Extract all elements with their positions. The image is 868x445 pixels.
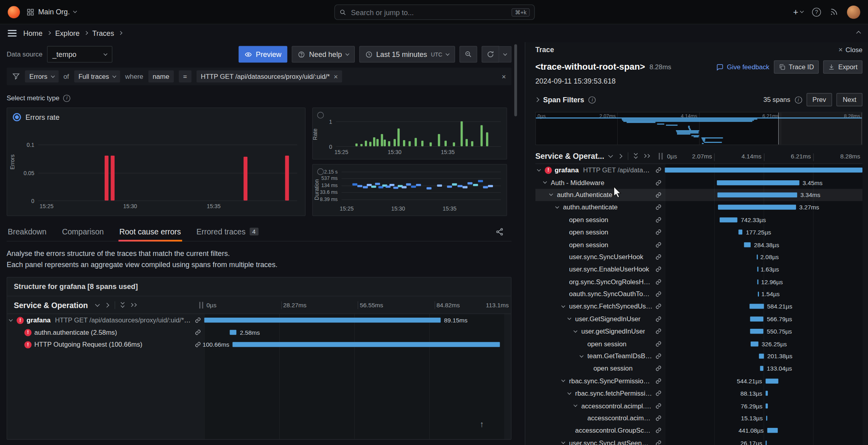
filter-value[interactable]: HTTP GET /api/datasources/proxy/uid/:uid…: [197, 70, 343, 83]
collapse-one-icon[interactable]: [95, 302, 100, 307]
span-row[interactable]: user.sync.SyncUserHook2.08µs: [535, 251, 862, 263]
org-switcher[interactable]: Main Org.: [27, 8, 76, 16]
filter-traces-type[interactable]: Full traces: [74, 70, 120, 83]
span-row[interactable]: HTTP Outgoing Request (100.66ms)100.66ms: [7, 339, 511, 351]
refresh-button[interactable]: [482, 46, 500, 63]
filter-primary-signal[interactable]: Errors: [25, 70, 58, 83]
news-rss-icon[interactable]: [830, 8, 838, 16]
rate-radio[interactable]: [317, 112, 324, 119]
span-row[interactable]: user.sync.SyncLastSeenHook26.17µs: [535, 437, 862, 445]
scroll-to-top-icon[interactable]: ↑: [480, 419, 484, 429]
span-row[interactable]: org.sync.SyncOrgRolesHook12.96µs: [535, 275, 862, 288]
remove-value-icon[interactable]: ×: [334, 73, 338, 80]
tab-root-cause-errors[interactable]: Root cause errors: [118, 227, 182, 241]
close-trace-button[interactable]: × Close: [839, 46, 862, 53]
span-row[interactable]: open session742.33µs: [535, 214, 862, 226]
filter-operator[interactable]: =: [179, 70, 191, 83]
search-input[interactable]: Search or jump to... ⌘+k: [335, 4, 535, 20]
new-menu-button[interactable]: +: [793, 7, 804, 17]
span-link-icon[interactable]: [656, 204, 662, 210]
span-link-icon[interactable]: [656, 390, 662, 396]
span-row[interactable]: open session326.25µs: [535, 338, 862, 350]
span-link-icon[interactable]: [656, 167, 662, 173]
span-link-icon[interactable]: [656, 242, 662, 248]
expand-one-icon[interactable]: [104, 303, 109, 308]
duration-radio[interactable]: [317, 168, 324, 175]
span-link-icon[interactable]: [656, 229, 662, 235]
column-resize-handle[interactable]: [659, 152, 663, 159]
collapse-all-icon[interactable]: [634, 153, 637, 159]
export-button[interactable]: Export: [823, 61, 862, 74]
share-icon[interactable]: [495, 228, 504, 236]
column-resize-handle[interactable]: [199, 302, 203, 308]
expand-chevron-icon[interactable]: [574, 403, 578, 407]
trace-id-button[interactable]: Trace ID: [774, 61, 819, 74]
filter-field[interactable]: name: [148, 70, 174, 83]
span-link-icon[interactable]: [656, 304, 662, 310]
span-row[interactable]: grafanaHTTP GET /api/datasources/proxy/u…: [7, 314, 511, 326]
expand-chevron-icon[interactable]: [549, 192, 553, 196]
expand-all-icon[interactable]: [643, 154, 649, 157]
span-row[interactable]: accesscontrol.acimpl.get...15.13µs: [535, 412, 862, 424]
expand-chevron-icon[interactable]: [567, 316, 571, 320]
left-scrollbar[interactable]: [514, 44, 517, 441]
errors-rate-radio[interactable]: [13, 113, 21, 121]
span-link-icon[interactable]: [195, 342, 201, 347]
info-icon[interactable]: i: [795, 96, 802, 103]
span-link-icon[interactable]: [656, 415, 662, 421]
span-link-icon[interactable]: [656, 365, 662, 371]
zoom-out-button[interactable]: [459, 46, 477, 63]
span-row[interactable]: open session284.38µs: [535, 238, 862, 251]
collapse-panel-icon[interactable]: [856, 31, 861, 36]
expand-chevron-icon[interactable]: [543, 180, 547, 184]
expand-one-icon[interactable]: [617, 154, 622, 158]
span-row[interactable]: team.GetTeamIDsByUser201.38µs: [535, 350, 862, 362]
expand-chevron-icon[interactable]: [561, 304, 565, 308]
span-link-icon[interactable]: [195, 330, 201, 336]
span-link-icon[interactable]: [656, 266, 662, 272]
expand-chevron-icon[interactable]: [574, 329, 578, 333]
give-feedback-link[interactable]: Give feedback: [716, 63, 769, 71]
trace-minimap[interactable]: 0µs2.07ms4.14ms6.21ms8.28ms: [535, 112, 862, 145]
span-link-icon[interactable]: [656, 353, 662, 359]
span-row[interactable]: user.sync.EnableUserHook1.63µs: [535, 263, 862, 275]
expand-chevron-icon[interactable]: [561, 440, 565, 444]
span-link-icon[interactable]: [656, 440, 662, 445]
span-row[interactable]: open session133.04µs: [535, 362, 862, 375]
span-row[interactable]: accesscontrol.acimpl.GetUs...76.29µs: [535, 400, 862, 412]
breadcrumb-explore[interactable]: Explore: [55, 29, 80, 37]
span-row[interactable]: oauth.sync.SyncOauthTokenHook1.54µs: [535, 288, 862, 300]
tab-comparison[interactable]: Comparison: [61, 227, 105, 241]
prev-span-button[interactable]: Prev: [806, 93, 832, 106]
span-link-icon[interactable]: [656, 378, 662, 384]
span-row[interactable]: grafanaHTTP GET /api/datasources/pr...: [535, 164, 862, 176]
span-row[interactable]: user.sync.FetchSyncedUserHook584.21µs: [535, 301, 862, 313]
chevron-right-icon[interactable]: [535, 98, 539, 102]
refresh-interval-button[interactable]: [499, 46, 512, 63]
span-link-icon[interactable]: [656, 180, 662, 185]
minimap-selection[interactable]: [778, 112, 862, 144]
span-filters-label[interactable]: Span Filters: [543, 96, 584, 104]
collapse-one-icon[interactable]: [608, 153, 613, 158]
span-link-icon[interactable]: [656, 192, 662, 198]
breadcrumb-home[interactable]: Home: [23, 29, 42, 37]
span-row[interactable]: user.GetSignedInUser566.79µs: [535, 313, 862, 325]
span-row[interactable]: authn.authenticate3.27ms: [535, 201, 862, 213]
clear-filters-icon[interactable]: ×: [502, 73, 506, 80]
expand-chevron-icon[interactable]: [555, 205, 559, 209]
expand-chevron-icon[interactable]: [9, 318, 13, 322]
help-icon[interactable]: ?: [812, 8, 821, 16]
expand-chevron-icon[interactable]: [537, 168, 541, 172]
info-icon[interactable]: i: [589, 96, 596, 103]
expand-chevron-icon[interactable]: [580, 353, 584, 357]
span-row[interactable]: accesscontrol.GroupScopesBy...441.08µs: [535, 424, 862, 437]
menu-hamburger-icon[interactable]: [8, 30, 16, 37]
span-link-icon[interactable]: [656, 291, 662, 297]
preview-button[interactable]: Preview: [239, 46, 288, 63]
span-row[interactable]: user.getSignedInUser550.75µs: [535, 325, 862, 338]
span-link-icon[interactable]: [656, 279, 662, 285]
datasource-picker[interactable]: _tempo: [47, 46, 112, 63]
collapse-all-icon[interactable]: [121, 302, 124, 308]
info-icon[interactable]: i: [63, 94, 70, 101]
span-row[interactable]: authn.Authenticate3.34ms: [535, 189, 862, 201]
